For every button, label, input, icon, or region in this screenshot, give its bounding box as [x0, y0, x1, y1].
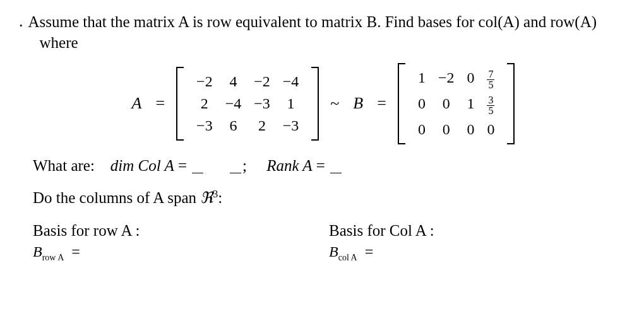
B-symbol: B: [329, 243, 338, 260]
matrix-cell: −2: [254, 73, 270, 90]
basis-row-notation: Brow A =: [33, 243, 329, 263]
fraction: 35: [487, 95, 494, 116]
matrix-cell: 2: [196, 95, 213, 112]
blank-fill: [192, 173, 203, 173]
matrix-A-label: A: [132, 94, 142, 113]
matrix-cell: 4: [225, 73, 242, 90]
matrix-cell: 35: [487, 95, 494, 116]
matrix-cell: 75: [487, 69, 494, 90]
rank-label: Rank A: [266, 157, 312, 174]
basis-row-title: Basis for row A :: [33, 222, 329, 240]
B-equals: =: [377, 94, 386, 113]
problem-intro: . Assume that the matrix A is row equiva…: [19, 11, 625, 52]
right-bracket-icon: [503, 63, 515, 144]
semicolon: ;: [242, 157, 247, 174]
basis-row-col: Basis for row A : Brow A =: [33, 222, 329, 263]
basis-section: Basis for row A : Brow A = Basis for Col…: [33, 222, 625, 263]
basis-col-title: Basis for Col A :: [329, 222, 625, 240]
problem-number: .: [19, 11, 23, 31]
dim-rank-question: What are: dim Col A = ; Rank A =: [33, 157, 625, 175]
left-bracket-icon: [176, 67, 188, 141]
basis-col-col: Basis for Col A : Bcol A =: [329, 222, 625, 263]
eq-sign: =: [365, 243, 374, 260]
matrix-cell: 1: [467, 95, 474, 116]
span-text: Do the columns of A span: [33, 189, 200, 206]
matrix-cell: −3: [283, 117, 299, 134]
blank-fill: [330, 173, 342, 173]
matrix-cell: 0: [487, 121, 494, 138]
eq-sign: =: [71, 243, 80, 260]
matrix-A-grid: −24−2−42−4−31−362−3: [188, 67, 307, 141]
matrix-cell: 0: [467, 121, 474, 138]
A-equals: =: [155, 94, 165, 113]
matrix-cell: −2: [196, 73, 213, 90]
matrix-cell: −3: [254, 95, 270, 112]
tilde-symbol: ~: [330, 94, 339, 113]
matrices-row: A = −24−2−42−4−31−362−3 ~ B = 1−20750013…: [19, 63, 625, 144]
matrix-cell: −4: [225, 95, 242, 112]
matrix-cell: 0: [438, 121, 455, 138]
matrix-cell: 1: [283, 95, 299, 112]
right-bracket-icon: [307, 67, 319, 141]
real-symbol: ℜ: [200, 189, 213, 206]
matrix-B-grid: 1−2075001350000: [409, 63, 504, 144]
col-A-subscript: col A: [338, 253, 357, 262]
matrix-cell: 0: [418, 95, 426, 116]
matrix-cell: 1: [418, 69, 426, 90]
span-question: Do the columns of A span ℜ3:: [33, 188, 625, 207]
problem-statement: Assume that the matrix A is row equivale…: [28, 11, 597, 33]
matrix-cell: 0: [438, 95, 455, 116]
colon: :: [218, 189, 222, 206]
matrix-cell: 6: [225, 117, 242, 134]
matrix-B: 1−2075001350000: [398, 63, 515, 144]
questions-section: What are: dim Col A = ; Rank A = Do the …: [33, 157, 625, 207]
basis-col-notation: Bcol A =: [329, 243, 625, 263]
matrix-cell: 0: [467, 69, 474, 90]
where-text: where: [40, 34, 597, 52]
fraction: 75: [487, 69, 494, 90]
matrix-A: −24−2−42−4−31−362−3: [176, 67, 319, 141]
row-A-subscript: row A: [42, 253, 64, 262]
what-are-label: What are:: [33, 157, 95, 174]
dim-col-label: dim Col A: [110, 157, 174, 174]
matrix-cell: 0: [418, 121, 426, 138]
matrix-cell: −4: [283, 73, 299, 90]
eq-sign: =: [178, 157, 187, 174]
matrix-B-label: B: [353, 94, 363, 113]
blank-fill: [230, 173, 241, 173]
eq-sign: =: [316, 157, 325, 174]
left-bracket-icon: [398, 63, 409, 144]
matrix-cell: 2: [254, 117, 270, 134]
matrix-cell: −3: [196, 117, 213, 134]
matrix-cell: −2: [438, 69, 455, 90]
B-symbol: B: [33, 243, 42, 260]
